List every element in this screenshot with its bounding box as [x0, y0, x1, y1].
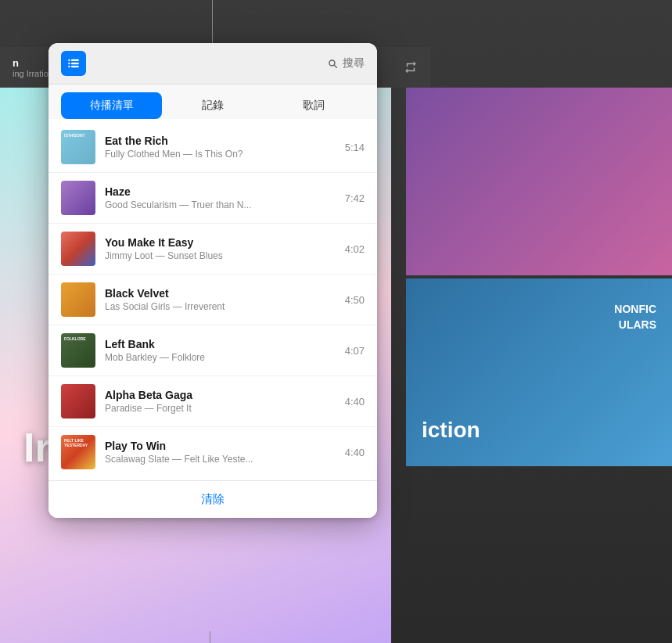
right-cover-1 [406, 88, 672, 275]
tab-queue[interactable]: 待播清單 [61, 92, 162, 119]
search-icon [327, 58, 338, 69]
song-subtitle: Paradise — Forget It [105, 403, 336, 414]
song-item[interactable]: FOLKLORE Left Bank Mob Barkley — Folklor… [49, 325, 377, 376]
song-title: Black Velvet [105, 287, 336, 300]
song-duration: 4:02 [345, 243, 365, 255]
thumb-text [61, 181, 95, 187]
song-info: Black Velvet Las Social Girls — Irrevere… [105, 287, 336, 312]
thumb-text: FOLKLORE [61, 333, 95, 344]
song-title: Eat the Rich [105, 135, 336, 147]
tab-lyrics[interactable]: 歌詞 [264, 92, 365, 119]
search-area[interactable]: 搜尋 [327, 56, 365, 70]
album-thumb [61, 282, 95, 317]
thumb-text [61, 384, 95, 390]
song-subtitle: Scalawag Slate — Felt Like Yeste... [105, 454, 336, 465]
song-item[interactable]: ISTHISON? Eat the Rich Fully Clothed Men… [49, 122, 377, 173]
song-info: Alpha Beta Gaga Paradise — Forget It [105, 389, 336, 414]
svg-rect-1 [71, 59, 79, 61]
song-item[interactable]: You Make It Easy Jimmy Loot — Sunset Blu… [49, 224, 377, 275]
svg-rect-5 [71, 66, 79, 67]
song-info: Haze Good Secularism — Truer than N... [105, 185, 336, 210]
connector-bottom [210, 631, 210, 643]
thumb-text [61, 232, 95, 238]
right-covers: NONFICULARS iction [406, 88, 672, 643]
song-item[interactable]: Black Velvet Las Social Girls — Irrevere… [49, 275, 377, 325]
song-item[interactable]: FELT LIKE YESTERDAY Play To Win Scalawag… [49, 427, 377, 477]
right-cover-2: NONFICULARS iction [406, 278, 672, 466]
nonfiction-label: NONFICULARS [614, 302, 656, 332]
thumb-text [61, 282, 95, 289]
bg-icons [404, 60, 418, 74]
tab-history[interactable]: 記錄 [162, 92, 263, 119]
album-thumb: FOLKLORE [61, 333, 95, 368]
tabs-bar: 待播清單 記錄 歌詞 [49, 84, 377, 119]
song-subtitle: Good Secularism — Truer than N... [105, 199, 336, 210]
svg-rect-3 [71, 63, 79, 64]
song-title: Haze [105, 185, 336, 198]
thumb-text: ISTHISON? [61, 130, 95, 141]
song-info: Left Bank Mob Barkley — Folklore [105, 338, 336, 363]
song-info: You Make It Easy Jimmy Loot — Sunset Blu… [105, 236, 336, 261]
song-duration: 4:40 [345, 396, 365, 408]
list-icon [66, 56, 81, 70]
iction-label: iction [422, 418, 480, 443]
song-info: Play To Win Scalawag Slate — Felt Like Y… [105, 440, 336, 465]
song-duration: 5:14 [345, 142, 365, 153]
song-info: Eat the Rich Fully Clothed Men — Is This… [105, 135, 336, 160]
song-list: ISTHISON? Eat the Rich Fully Clothed Men… [49, 119, 377, 480]
song-title: Left Bank [105, 338, 336, 350]
song-subtitle: Las Social Girls — Irreverent [105, 301, 336, 312]
song-subtitle: Jimmy Loot — Sunset Blues [105, 250, 336, 261]
album-thumb [61, 181, 95, 215]
album-thumb: ISTHISON? [61, 130, 95, 164]
song-subtitle: Mob Barkley — Folklore [105, 352, 336, 363]
song-duration: 7:42 [345, 192, 365, 204]
song-item[interactable]: Alpha Beta Gaga Paradise — Forget It 4:4… [49, 376, 377, 427]
song-duration: 4:07 [345, 345, 365, 357]
clear-button[interactable]: 清除 [49, 480, 377, 518]
song-item[interactable]: Haze Good Secularism — Truer than N... 7… [49, 173, 377, 224]
song-title: You Make It Easy [105, 236, 336, 249]
album-thumb: FELT LIKE YESTERDAY [61, 435, 95, 469]
svg-rect-4 [68, 66, 70, 67]
search-label: 搜尋 [343, 56, 365, 70]
song-subtitle: Fully Clothed Men — Is This On? [105, 149, 336, 160]
popup-topbar: 搜尋 [49, 43, 377, 84]
album-thumb [61, 232, 95, 266]
song-title: Alpha Beta Gaga [105, 389, 336, 401]
song-duration: 4:50 [345, 294, 365, 306]
album-thumb [61, 384, 95, 418]
thumb-text: FELT LIKE YESTERDAY [61, 435, 95, 451]
svg-rect-2 [68, 63, 70, 64]
popup-panel: 搜尋 待播清單 記錄 歌詞 ISTHISON? Eat the Rich Ful… [49, 43, 377, 518]
song-title: Play To Win [105, 440, 336, 452]
song-duration: 4:40 [345, 447, 365, 458]
svg-rect-0 [68, 59, 70, 61]
repeat-icon [404, 60, 418, 74]
list-icon-button[interactable] [61, 51, 86, 76]
connector-top [212, 0, 213, 45]
